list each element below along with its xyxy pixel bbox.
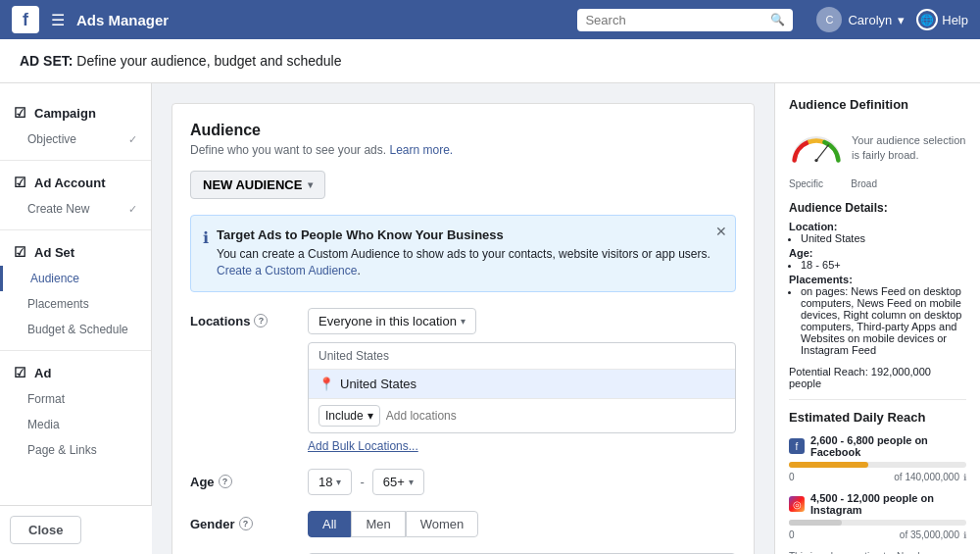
- facebook-logo: f: [12, 6, 39, 33]
- search-icon: 🔍: [770, 13, 785, 26]
- ad-set-icon: ☑: [14, 244, 26, 260]
- ad-set-label: AD SET:: [20, 53, 73, 69]
- detail-placements-value: on pages: News Feed on desktop computers…: [801, 285, 966, 356]
- new-audience-button[interactable]: NEW AUDIENCE ▾: [190, 171, 325, 199]
- sidebar-item-campaign[interactable]: ☑ Campaign: [0, 99, 151, 126]
- audience-definition-title: Audience Definition: [789, 97, 966, 112]
- facebook-reach: f 2,600 - 6,800 people on Facebook 0 of …: [789, 434, 966, 482]
- gender-row: Gender ? All Men Women: [190, 511, 736, 537]
- sidebar-item-media[interactable]: Media: [0, 412, 151, 437]
- sidebar-item-page-links[interactable]: Page & Links: [0, 437, 151, 463]
- age-dash: -: [360, 475, 364, 489]
- sidebar-item-format[interactable]: Format: [0, 386, 151, 412]
- age-controls: 18 ▾ - 65+ ▾: [308, 469, 736, 495]
- sidebar-item-ad-set[interactable]: ☑ Ad Set: [0, 238, 151, 266]
- sidebar: ☑ Campaign Objective ✓ ☑ Ad Account Crea…: [0, 83, 152, 554]
- gender-men-button[interactable]: Men: [351, 511, 405, 537]
- age-min-chevron: ▾: [336, 477, 341, 487]
- sidebar-section-campaign: ☑ Campaign Objective ✓: [0, 99, 151, 152]
- facebook-reach-meta: 0 of 140,000,000 ℹ: [789, 472, 966, 482]
- facebook-zero-label: 0: [789, 472, 795, 482]
- location-box: United States 📍 United States Include ▾: [308, 342, 736, 433]
- page-header: AD SET: Define your audience, budget and…: [0, 39, 980, 83]
- detail-location-value: United States: [801, 232, 966, 244]
- sidebar-section-ad-account: ☑ Ad Account Create New ✓: [0, 169, 151, 222]
- locations-label: Locations ?: [190, 308, 298, 328]
- gender-label: Gender ?: [190, 511, 298, 531]
- broad-label: Broad: [851, 178, 877, 189]
- audience-title: Audience: [190, 122, 736, 139]
- user-menu[interactable]: C Carolyn ▾: [816, 7, 905, 32]
- audience-gauge: [789, 124, 844, 173]
- detail-placements: Placements: on pages: News Feed on deskt…: [789, 274, 966, 356]
- close-info-icon[interactable]: ✕: [715, 224, 727, 239]
- chevron-down-icon: ▾: [308, 179, 313, 190]
- gender-all-button[interactable]: All: [308, 511, 351, 537]
- ad-icon: ☑: [14, 365, 26, 380]
- info-box-title: Target Ads to People Who Know Your Busin…: [217, 227, 723, 242]
- age-max-chevron: ▾: [409, 477, 414, 487]
- age-max-select[interactable]: 65+ ▾: [372, 469, 424, 495]
- include-chevron-icon: ▾: [368, 409, 373, 423]
- sidebar-section-ad: ☑ Ad Format Media Page & Links: [0, 359, 151, 463]
- location-dropdown[interactable]: Everyone in this location ▾: [308, 308, 476, 334]
- facebook-total-label: of 140,000,000: [894, 472, 959, 482]
- detail-location: Location: United States: [789, 221, 966, 244]
- sidebar-item-audience[interactable]: Audience: [0, 266, 151, 291]
- top-nav: f ☰ Ads Manager 🔍 C Carolyn ▾ 🌐 Help: [0, 0, 980, 39]
- sidebar-item-placements[interactable]: Placements: [0, 291, 151, 317]
- instagram-reach-text: 4,500 - 12,000 people on Instagram: [810, 492, 966, 516]
- age-help-icon[interactable]: ?: [219, 475, 232, 488]
- sidebar-item-create-new[interactable]: Create New ✓: [0, 196, 151, 222]
- search-input[interactable]: [585, 13, 764, 27]
- age-min-select[interactable]: 18 ▾: [308, 469, 352, 495]
- sidebar-section-ad-set: ☑ Ad Set Audience Placements Budget & Sc…: [0, 238, 151, 342]
- age-row: Age ? 18 ▾ - 65+ ▾: [190, 469, 736, 495]
- facebook-reach-bar: [789, 462, 868, 468]
- estimated-daily-reach-title: Estimated Daily Reach: [789, 399, 966, 425]
- locations-control: Everyone in this location ▾ United State…: [308, 308, 736, 453]
- gender-control: All Men Women: [308, 511, 736, 537]
- detail-age: Age: 18 - 65+: [789, 247, 966, 271]
- age-control: 18 ▾ - 65+ ▾: [308, 469, 736, 495]
- sidebar-item-ad[interactable]: ☑ Ad: [0, 359, 151, 386]
- instagram-reach: ◎ 4,500 - 12,000 people on Instagram 0 o…: [789, 492, 966, 540]
- facebook-reach-bar-container: [789, 462, 966, 468]
- locations-help-icon[interactable]: ?: [254, 314, 268, 327]
- instagram-reach-info-icon[interactable]: ℹ: [963, 530, 966, 540]
- facebook-icon: f: [789, 438, 805, 454]
- instagram-zero-label: 0: [789, 529, 795, 540]
- instagram-reach-bar-container: [789, 520, 966, 526]
- campaign-icon: ☑: [14, 105, 26, 121]
- close-button[interactable]: Close: [10, 516, 81, 544]
- create-new-check-icon: ✓: [128, 203, 137, 216]
- audience-subtitle: Define who you want to see your ads. Lea…: [190, 143, 736, 157]
- location-search: United States: [309, 343, 735, 370]
- gender-women-button[interactable]: Women: [406, 511, 479, 537]
- chevron-down-icon: ▾: [898, 13, 905, 27]
- avatar: C: [816, 7, 842, 32]
- hamburger-icon[interactable]: ☰: [51, 11, 65, 29]
- location-item-us: 📍 United States: [309, 370, 735, 398]
- sidebar-item-budget-schedule[interactable]: Budget & Schedule: [0, 317, 151, 342]
- search-bar[interactable]: 🔍: [577, 9, 793, 31]
- learn-more-link[interactable]: Learn more.: [389, 143, 453, 157]
- info-box: ℹ Target Ads to People Who Know Your Bus…: [190, 215, 736, 292]
- globe-icon: 🌐: [916, 9, 938, 30]
- help-button[interactable]: 🌐 Help: [916, 9, 968, 30]
- detail-age-value: 18 - 65+: [801, 259, 966, 271]
- reach-disclaimer: This is only an estimate. Numbers shown …: [789, 550, 966, 554]
- main-layout: ☑ Campaign Objective ✓ ☑ Ad Account Crea…: [0, 83, 980, 554]
- sidebar-item-ad-account[interactable]: ☑ Ad Account: [0, 169, 151, 196]
- page-header-title: Define your audience, budget and schedul…: [76, 53, 341, 69]
- gauge-labels: Specific Broad: [789, 178, 877, 189]
- gender-help-icon[interactable]: ?: [239, 517, 253, 530]
- add-bulk-link[interactable]: Add Bulk Locations...: [308, 439, 418, 453]
- custom-audience-link[interactable]: Create a Custom Audience: [217, 264, 357, 277]
- add-locations-input[interactable]: [386, 409, 725, 423]
- specific-label: Specific: [789, 178, 823, 189]
- include-select[interactable]: Include ▾: [318, 405, 380, 427]
- age-label: Age ?: [190, 469, 298, 489]
- sidebar-item-objective[interactable]: Objective ✓: [0, 126, 151, 152]
- facebook-reach-info-icon[interactable]: ℹ: [963, 473, 966, 482]
